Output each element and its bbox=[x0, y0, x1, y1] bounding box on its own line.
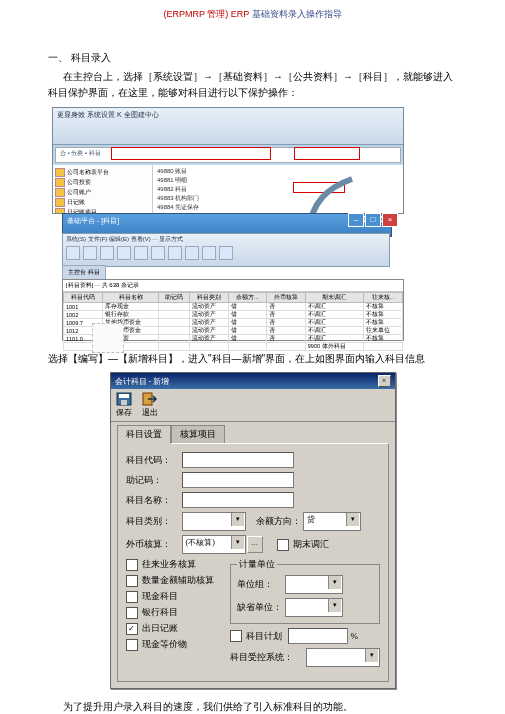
adj-checkbox[interactable] bbox=[277, 539, 289, 551]
uom-legend: 计量单位 bbox=[237, 558, 277, 571]
tab-settings[interactable]: 科目设置 bbox=[117, 425, 171, 444]
code-input[interactable] bbox=[182, 452, 294, 468]
toolbar-icon[interactable] bbox=[83, 246, 97, 260]
ctrl-select[interactable] bbox=[306, 648, 380, 667]
label-category: 科目类别： bbox=[126, 515, 182, 528]
maximize-button[interactable]: □ bbox=[365, 213, 381, 227]
label-adj: 期末调汇 bbox=[293, 538, 329, 551]
category-select[interactable] bbox=[182, 512, 246, 531]
chk-4[interactable] bbox=[126, 623, 138, 635]
label-rate: % bbox=[351, 631, 359, 641]
chk-0[interactable] bbox=[126, 559, 138, 571]
label-uomgrp: 单位组： bbox=[237, 578, 285, 591]
console-breadcrumb: 合 • 分类 • 科目 bbox=[55, 147, 401, 163]
save-button[interactable]: 保存 bbox=[116, 392, 132, 418]
label-name: 科目名称： bbox=[126, 494, 182, 507]
section-1-title: 一、 科目录入 bbox=[48, 51, 457, 65]
console-list[interactable]: 49880 账目49881 明细49882 科目49883 机构部门49884 … bbox=[153, 165, 403, 214]
label-plan: 科目计划 bbox=[246, 630, 282, 643]
section-1-para: 在主控台上，选择［系统设置］→［基础资料］→［公共资料］→［科目］，就能够进入科… bbox=[48, 69, 457, 101]
page-header: (ERPMRP 管理) ERP 基础资料录入操作指导 bbox=[48, 8, 457, 21]
svg-rect-1 bbox=[119, 394, 129, 398]
caption-2: 选择【编写】—【新增科目】，进入"科目—新增"界面，在上如图界面内输入科目信息 bbox=[48, 351, 457, 366]
name-input[interactable] bbox=[182, 492, 294, 508]
save-icon bbox=[116, 392, 132, 406]
toolbar-icon[interactable] bbox=[202, 246, 216, 260]
label-balance: 余额方向： bbox=[256, 515, 301, 528]
dialog-tabs: 科目设置 核算项目 bbox=[111, 422, 395, 443]
uomdef-select[interactable] bbox=[285, 598, 343, 617]
uom-fieldset: 计量单位 单位组： 缺省单位： bbox=[230, 558, 380, 624]
dialog-close-button[interactable]: × bbox=[378, 375, 391, 387]
balance-select[interactable]: 贷 bbox=[303, 512, 361, 531]
label-fc: 外币核算： bbox=[126, 538, 182, 551]
plan-input[interactable] bbox=[288, 628, 348, 644]
toolbar-icon[interactable] bbox=[66, 246, 80, 260]
plan-checkbox[interactable] bbox=[230, 630, 242, 642]
chk-3[interactable] bbox=[126, 607, 138, 619]
chk-1[interactable] bbox=[126, 575, 138, 587]
svg-rect-2 bbox=[121, 400, 127, 405]
screenshot-subject-window: 基础平台 - [科目] Kingdee – □ × 系统(S) 文件(F) 编辑… bbox=[52, 213, 402, 343]
tab-accounting-items[interactable]: 核算项目 bbox=[171, 425, 225, 443]
minimize-button[interactable]: – bbox=[348, 213, 364, 227]
fc-browse-button[interactable]: … bbox=[247, 536, 263, 553]
toolbar-icon[interactable] bbox=[151, 246, 165, 260]
mnemonic-input[interactable] bbox=[182, 472, 294, 488]
toolbar-icon[interactable] bbox=[117, 246, 131, 260]
dialog-toolbar: 保存 退出 bbox=[111, 389, 395, 422]
dialog-form: 科目代码： 助记码： 科目名称： 科目类别： 余额方向： 贷 外币核算： (不核… bbox=[117, 443, 389, 682]
fc-select[interactable]: (不核算) bbox=[182, 535, 246, 554]
window-tabs[interactable]: 主控台 科目 bbox=[62, 265, 106, 280]
chk-5[interactable] bbox=[126, 639, 138, 651]
close-button[interactable]: × bbox=[382, 213, 398, 227]
label-uomdef: 缺省单位： bbox=[237, 601, 285, 614]
toolbar-icon[interactable] bbox=[185, 246, 199, 260]
toolbar-icon[interactable] bbox=[134, 246, 148, 260]
chk-2[interactable] bbox=[126, 591, 138, 603]
window-buttons: – □ × bbox=[347, 213, 398, 227]
toolbar-icon[interactable] bbox=[168, 246, 182, 260]
subject-add-dialog: 会计科目 - 新增 × 保存 退出 科目设置 核算项目 科目代码： 助记码： 科… bbox=[110, 372, 396, 689]
exit-icon bbox=[142, 392, 158, 406]
toolbar-icon[interactable] bbox=[100, 246, 114, 260]
console-toolbar: 更显身效 系统设置 K 全图建中心 bbox=[53, 108, 403, 145]
uomgrp-select[interactable] bbox=[285, 575, 343, 594]
window-toolbar: 系统(S) 文件(F) 编辑(E) 查看(V) ··· 显示方式 bbox=[62, 233, 390, 267]
exit-button[interactable]: 退出 bbox=[142, 392, 158, 418]
dialog-titlebar: 会计科目 - 新增 × bbox=[111, 373, 395, 389]
label-mnemonic: 助记码： bbox=[126, 474, 182, 487]
cutout-shape bbox=[92, 323, 124, 353]
console-tree[interactable]: 公司名称表平台公司投资公司账户日记账日记账项目数据准备 bbox=[53, 165, 153, 214]
label-ctrl: 科目受控系统： bbox=[230, 651, 306, 664]
label-code: 科目代码： bbox=[126, 454, 182, 467]
tail-p1: 为了提升用户录入科目的速度，我们供给了引入标准科目的功能。 bbox=[48, 699, 457, 714]
toolbar-icon[interactable] bbox=[219, 246, 233, 260]
